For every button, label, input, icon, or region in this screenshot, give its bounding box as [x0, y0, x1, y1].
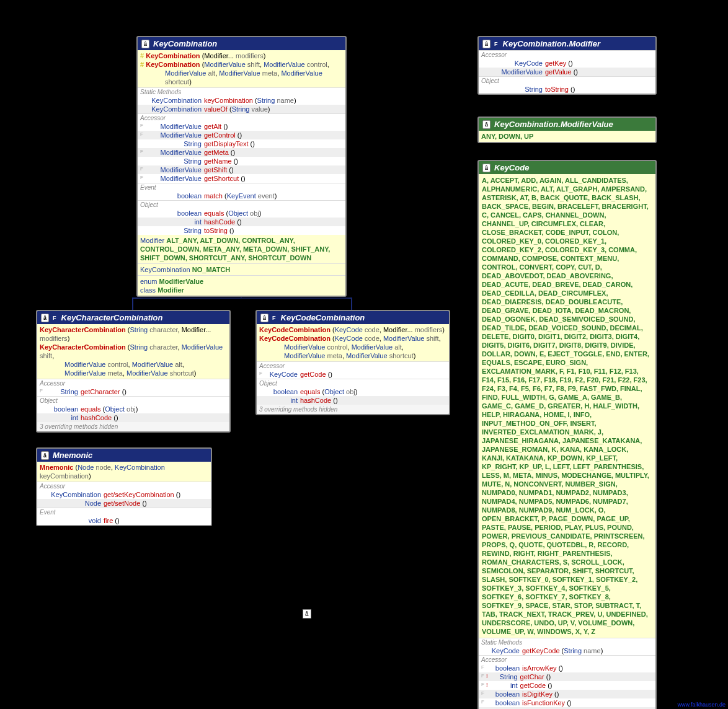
class-modifier: â F KeyCombination.Modifier Accessor Key… [477, 36, 657, 95]
class-title: KeyCombination [153, 39, 217, 48]
class-icon: â [141, 40, 149, 48]
footnote: 3 overriding methods hidden [257, 405, 449, 414]
enum-title: KeyCode [494, 163, 529, 172]
final-marker: F [53, 315, 56, 321]
nomatch-constant: KeyCombination NO_MATCH [138, 263, 345, 275]
enum-header: â KeyCombination.ModifierValue [479, 118, 655, 131]
class-icon: â [260, 314, 269, 322]
accessors-list: KeyCombinationget/setKeyCombination ()No… [37, 490, 211, 508]
enum-header: â KeyCode [479, 161, 655, 174]
static-methods-list: KeyCodegetKeyCode (String name) [479, 646, 655, 655]
class-mnemonic: â Mnemonic Mnemonic (Node node, KeyCombi… [36, 447, 212, 526]
accessors-list: FKeyCodegetCode () [257, 370, 449, 379]
section-accessor: Accessor [479, 50, 655, 59]
section-accessor: Accessor [37, 482, 211, 490]
connector-vert-right [351, 297, 352, 311]
events-list: voidfire () [37, 516, 211, 525]
accessors-list: KeyCodegetKey ()ModifierValuegetValue () [479, 59, 655, 76]
connector-vert-left [132, 297, 133, 311]
section-object: Object [37, 396, 229, 405]
class-keycharactercombination: â F KeyCharacterCombination KeyCharacter… [36, 310, 231, 433]
package-label: âjavafx.scene.input [303, 607, 405, 620]
class-title: KeyCombination.Modifier [503, 39, 600, 48]
section-event: Event [37, 508, 211, 516]
static-methods-list: KeyCombinationkeyCombination (String nam… [138, 96, 345, 113]
connector-horiz [132, 297, 352, 299]
object-methods-list: booleanequals (Object obj)inthashCode () [257, 387, 449, 405]
class-header: â F KeyCombination.Modifier [479, 37, 655, 50]
class-icon: â [482, 40, 491, 48]
enum-values: ANY, DOWN, UP [479, 131, 655, 142]
object-methods-list: booleanequals (Object obj)inthashCode () [37, 405, 229, 422]
class-icon: â [41, 314, 49, 322]
section-object: Object [479, 76, 655, 85]
constants: Modifier ALT_ANY, ALT_DOWN, CONTROL_ANY,… [138, 235, 345, 263]
events-list: booleanmatch (KeyEvent event) [138, 192, 345, 200]
class-header: â F KeyCodeCombination [257, 311, 449, 324]
accessors-list: FStringgetCharacter () [37, 387, 229, 396]
class-title: Mnemonic [53, 451, 92, 460]
class-header: â KeyCombination [138, 37, 345, 50]
enum-icon: â [482, 120, 491, 129]
footnote: 3 overriding methods hidden [37, 422, 229, 431]
class-header: â Mnemonic [37, 449, 211, 462]
section-accessor: Accessor [37, 379, 229, 387]
section-object: Object [138, 200, 345, 209]
enum-keycode: â KeyCode A, ACCEPT, ADD, AGAIN, ALL_CAN… [477, 160, 657, 709]
nested-types: enum ModifierValueclass Modifier [138, 275, 345, 296]
section-accessor: Accessor [138, 113, 345, 122]
final-marker: F [494, 41, 498, 47]
class-icon: â [41, 451, 49, 460]
section-static-methods: Static Methods [138, 87, 345, 96]
section-event: Event [138, 183, 345, 192]
enum-values: A, ACCEPT, ADD, AGAIN, ALL_CANDIDATES, A… [479, 174, 655, 638]
section-static-methods: Static Methods [479, 638, 655, 646]
constructors: Mnemonic (Node node, KeyCombination keyC… [37, 462, 211, 482]
class-title: KeyCodeCombination [281, 313, 365, 322]
class-header: â F KeyCharacterCombination [37, 311, 229, 324]
section-accessor: Accessor [257, 361, 449, 370]
section-object: Object [257, 379, 449, 387]
constructors: KeyCharacterCombination (String characte… [37, 324, 229, 379]
final-marker: F [272, 315, 276, 321]
object-methods-list: StringtoString () [479, 85, 655, 94]
class-keycodecombination: â F KeyCodeCombination KeyCodeCombinatio… [255, 310, 450, 415]
enum-modifiervalue: â KeyCombination.ModifierValue ANY, DOWN… [477, 117, 657, 143]
section-accessor: Accessor [479, 655, 655, 664]
constructors: # KeyCombination (Modifier... modifiers)… [138, 50, 345, 87]
object-methods-list: booleanequals (Object obj)inthashCode ()… [138, 209, 345, 235]
class-title: KeyCharacterCombination [61, 313, 163, 322]
enum-title: KeyCombination.ModifierValue [494, 120, 613, 129]
enum-icon: â [482, 164, 491, 172]
credit-link[interactable]: www.falkhausen.de [677, 702, 726, 708]
class-keycombination: â KeyCombination # KeyCombination (Modif… [136, 36, 347, 297]
package-icon: â [303, 609, 311, 619]
accessors-list: FbooleanisArrowKey ()F!StringgetChar ()F… [479, 664, 655, 709]
accessors-list: FModifierValuegetAlt ()FModifierValueget… [138, 122, 345, 183]
constructors: KeyCodeCombination (KeyCode code, Modifi… [257, 324, 449, 361]
